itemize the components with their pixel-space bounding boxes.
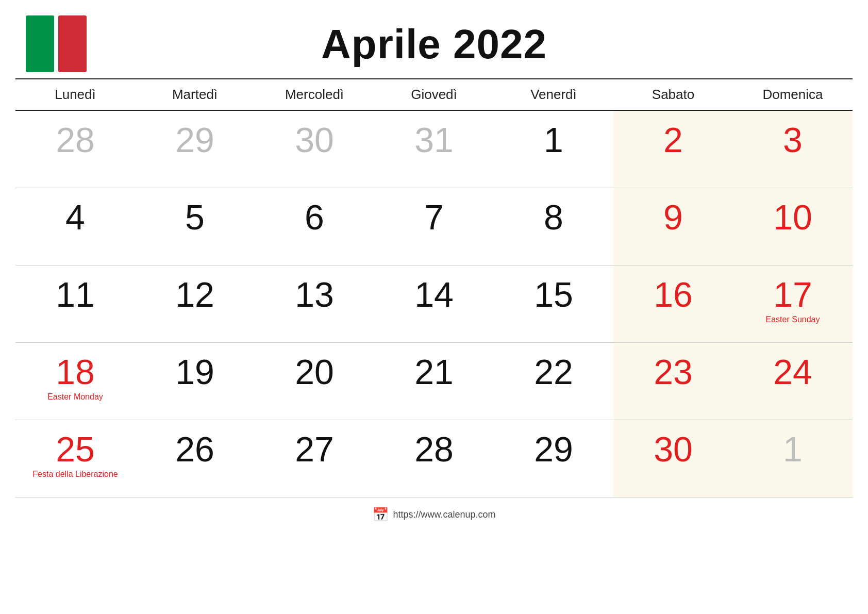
day-number: 12 <box>140 277 249 312</box>
day-number: 6 <box>260 200 369 235</box>
day-number: 22 <box>499 354 608 389</box>
calendar-cell: 2 <box>613 110 733 188</box>
day-number: 14 <box>379 277 489 312</box>
calendar-cell: 7 <box>374 188 494 265</box>
calendar-cell: 28 <box>15 110 135 188</box>
calendar-cell: 16 <box>613 265 733 342</box>
italian-flag <box>26 15 87 72</box>
calendar-cell: 1 <box>733 420 853 497</box>
calendar-row-1: 28293031123 <box>15 110 853 188</box>
calendar-cell: 5 <box>135 188 255 265</box>
day-number: 17 <box>738 277 847 312</box>
day-number: 11 <box>21 277 130 312</box>
calendar-icon: 📅 <box>372 507 389 523</box>
day-number: 19 <box>140 354 249 389</box>
calendar-row-5: 25Festa della Liberazione26272829301 <box>15 420 853 497</box>
day-number: 20 <box>260 354 369 389</box>
day-number: 1 <box>499 122 608 157</box>
calendar-cell: 10 <box>733 188 853 265</box>
calendar-cell: 26 <box>135 420 255 497</box>
day-number: 8 <box>499 200 608 235</box>
day-number: 25 <box>21 432 130 467</box>
calendar-cell: 12 <box>135 265 255 342</box>
day-number: 18 <box>21 354 130 389</box>
calendar-cell: 18Easter Monday <box>15 342 135 420</box>
calendar-cell: 21 <box>374 342 494 420</box>
day-number: 29 <box>499 432 608 467</box>
weekday-header-venerdì: Venerdì <box>494 79 613 110</box>
calendar-cell: 28 <box>374 420 494 497</box>
calendar-header-row: LunedìMartedìMercoledìGiovedìVenerdìSaba… <box>15 79 853 110</box>
weekday-header-sabato: Sabato <box>613 79 733 110</box>
day-number: 26 <box>140 432 249 467</box>
day-event-label: Easter Monday <box>21 392 130 402</box>
calendar-cell: 29 <box>135 110 255 188</box>
day-number: 28 <box>379 432 489 467</box>
weekday-header-lunedì: Lunedì <box>15 79 135 110</box>
calendar-cell: 30 <box>613 420 733 497</box>
day-number: 30 <box>260 122 369 157</box>
day-number: 2 <box>619 122 728 157</box>
calendar-row-3: 11121314151617Easter Sunday <box>15 265 853 342</box>
day-number: 13 <box>260 277 369 312</box>
calendar-cell: 27 <box>255 420 374 497</box>
calendar-table: LunedìMartedìMercoledìGiovedìVenerdìSaba… <box>15 78 853 497</box>
calendar-row-4: 18Easter Monday192021222324 <box>15 342 853 420</box>
day-number: 27 <box>260 432 369 467</box>
weekday-header-martedì: Martedì <box>135 79 255 110</box>
calendar-cell: 30 <box>255 110 374 188</box>
calendar-cell: 14 <box>374 265 494 342</box>
calendar-cell: 24 <box>733 342 853 420</box>
calendar-cell: 1 <box>494 110 613 188</box>
day-number: 28 <box>21 122 130 157</box>
calendar-cell: 8 <box>494 188 613 265</box>
calendar-cell: 29 <box>494 420 613 497</box>
day-number: 30 <box>619 432 728 467</box>
day-number: 9 <box>619 200 728 235</box>
flag-red-stripe <box>58 15 87 72</box>
calendar-cell: 19 <box>135 342 255 420</box>
day-number: 15 <box>499 277 608 312</box>
footer: 📅 https://www.calenup.com <box>15 497 853 528</box>
calendar-cell: 3 <box>733 110 853 188</box>
calendar-cell: 15 <box>494 265 613 342</box>
page-header: Aprile 2022 <box>15 10 853 73</box>
day-number: 29 <box>140 122 249 157</box>
page-title: Aprile 2022 <box>321 21 547 68</box>
calendar-cell: 31 <box>374 110 494 188</box>
day-number: 10 <box>738 200 847 235</box>
weekday-header-mercoledì: Mercoledì <box>255 79 374 110</box>
calendar-cell: 23 <box>613 342 733 420</box>
calendar-row-2: 45678910 <box>15 188 853 265</box>
calendar-cell: 20 <box>255 342 374 420</box>
day-event-label: Festa della Liberazione <box>21 470 130 479</box>
day-number: 5 <box>140 200 249 235</box>
calendar-cell: 6 <box>255 188 374 265</box>
calendar-cell: 22 <box>494 342 613 420</box>
flag-green-stripe <box>26 15 54 72</box>
day-number: 1 <box>738 432 847 467</box>
footer-url: https://www.calenup.com <box>393 509 495 520</box>
day-number: 23 <box>619 354 728 389</box>
calendar-cell: 13 <box>255 265 374 342</box>
calendar-cell: 11 <box>15 265 135 342</box>
day-number: 31 <box>379 122 489 157</box>
calendar-cell: 17Easter Sunday <box>733 265 853 342</box>
day-number: 3 <box>738 122 847 157</box>
day-number: 21 <box>379 354 489 389</box>
day-number: 24 <box>738 354 847 389</box>
calendar-cell: 4 <box>15 188 135 265</box>
day-number: 7 <box>379 200 489 235</box>
calendar-cell: 9 <box>613 188 733 265</box>
calendar-cell: 25Festa della Liberazione <box>15 420 135 497</box>
day-event-label: Easter Sunday <box>738 315 847 324</box>
weekday-header-domenica: Domenica <box>733 79 853 110</box>
day-number: 16 <box>619 277 728 312</box>
day-number: 4 <box>21 200 130 235</box>
weekday-header-giovedì: Giovedì <box>374 79 494 110</box>
